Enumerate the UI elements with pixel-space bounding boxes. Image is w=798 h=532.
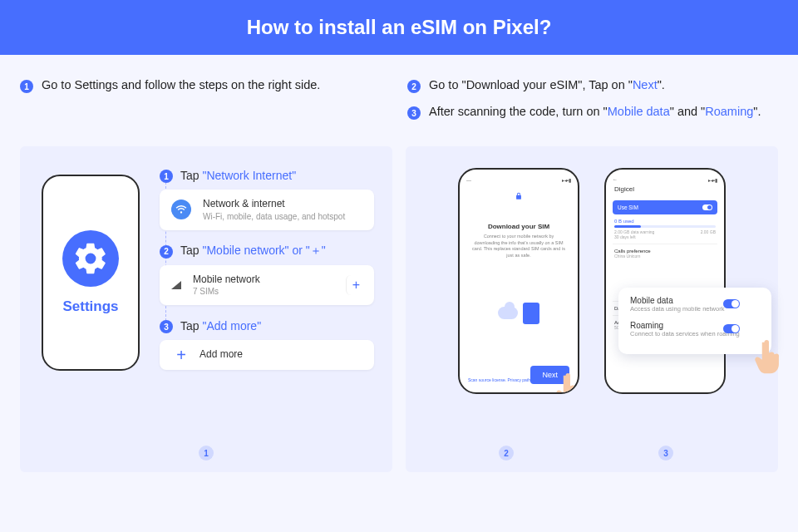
hand-pointer-icon xyxy=(554,372,579,394)
download-sub: Connect to your mobile network by downlo… xyxy=(466,234,571,259)
substep-1: 1 Tap "Network Internet" Network & inter… xyxy=(160,168,374,230)
add-more-row[interactable]: + Add more xyxy=(160,340,374,370)
page-title: How to install an eSIM on Pixel? xyxy=(247,16,552,39)
panel-badge-3: 3 xyxy=(658,446,673,461)
plus-link: "＋" xyxy=(306,244,326,257)
use-sim-toggle[interactable]: Use SIM xyxy=(613,200,717,214)
hand-pointer-icon xyxy=(753,339,785,376)
substep-3: 3 Tap "Add more" + Add more xyxy=(160,318,374,370)
phone-mock-settings: ←▸◂▪▮ Digicel Use SIM 0 B used 2.00 GB d… xyxy=(604,168,726,394)
intro-step-1-text: Go to Settings and follow the steps on t… xyxy=(42,78,320,91)
step-number-3: 3 xyxy=(407,106,421,120)
step-number-2: 2 xyxy=(407,80,421,93)
row-sub: Wi-Fi, mobile, data usage, and hotspot xyxy=(203,211,345,222)
substep-2-num: 2 xyxy=(160,245,173,259)
step-number-1: 1 xyxy=(20,80,33,93)
intro-step-2-text: Go to "Download your eSIM", Tap on "Next… xyxy=(429,78,665,91)
settings-label: Settings xyxy=(62,298,118,315)
phone-settings-mock: Settings xyxy=(42,175,140,371)
mobile-network-row[interactable]: Mobile network 7 SIMs + xyxy=(160,265,374,306)
substeps-column: 1 Tap "Network Internet" Network & inter… xyxy=(160,168,374,383)
intro-col-left: 1 Go to Settings and follow the steps on… xyxy=(20,78,391,131)
intro-step-1: 1 Go to Settings and follow the steps on… xyxy=(20,78,391,93)
mobile-network-link: "Mobile network" xyxy=(202,244,288,257)
plus-icon[interactable]: + xyxy=(346,275,366,295)
intro-step-3-text: After scanning the code, turn on "Mobile… xyxy=(429,105,761,118)
panel-badge-2: 2 xyxy=(499,446,514,461)
intro-step-2: 2 Go to "Download your eSIM", Tap on "Ne… xyxy=(407,78,778,93)
mobile-data-toggle[interactable] xyxy=(723,299,740,308)
card-left: Settings 1 Tap "Network Internet" Networ… xyxy=(20,146,392,472)
plus-icon: + xyxy=(175,348,188,362)
toggles-overlay: Mobile data Access data using mobile net… xyxy=(618,288,771,354)
row-title: Mobile network xyxy=(193,273,260,287)
carrier-label: Digicel xyxy=(613,183,717,195)
substep-1-num: 1 xyxy=(160,170,173,183)
substep-3-num: 3 xyxy=(160,320,173,333)
row-title: Network & internet xyxy=(203,198,345,211)
header: How to install an eSIM on Pixel? xyxy=(0,0,798,55)
network-internet-row[interactable]: Network & internet Wi-Fi, mobile, data u… xyxy=(160,190,374,230)
network-internet-link: "Network Internet" xyxy=(202,169,296,182)
roaming-link: Roaming xyxy=(705,105,753,118)
usage-label: 0 B used xyxy=(614,219,716,224)
intro-col-right: 2 Go to "Download your eSIM", Tap on "Ne… xyxy=(407,78,778,131)
sim-illustration xyxy=(466,278,571,349)
phone-mock-download: ⋯▸◂▪▮ Download your SIM Connect to your … xyxy=(458,168,579,394)
roaming-toggle[interactable] xyxy=(723,324,740,333)
card-right: ⋯▸◂▪▮ Download your SIM Connect to your … xyxy=(406,146,778,472)
add-more-link: "Add more" xyxy=(202,319,261,332)
wifi-icon xyxy=(171,200,191,219)
gear-icon xyxy=(62,230,119,287)
signal-icon xyxy=(171,281,181,289)
download-title: Download your SIM xyxy=(466,223,571,230)
substep-2: 2 Tap "Mobile network" or "＋" Mobile net… xyxy=(160,244,374,306)
row-sub: 7 SIMs xyxy=(193,286,260,297)
mobile-data-link: Mobile data xyxy=(608,105,670,118)
panel-badge-1: 1 xyxy=(199,446,214,461)
intro-step-3: 3 After scanning the code, turn on "Mobi… xyxy=(407,105,778,120)
cloud-icon xyxy=(498,307,518,319)
lock-icon xyxy=(515,191,523,201)
calls-preference-row[interactable]: Calls preference China Unicom xyxy=(613,244,717,263)
next-link: Next xyxy=(633,78,658,91)
toggle-icon xyxy=(702,204,712,210)
intro-steps: 1 Go to Settings and follow the steps on… xyxy=(0,55,798,146)
cards-row: Settings 1 Tap "Network Internet" Networ… xyxy=(0,146,798,472)
source-license-link[interactable]: Scan source license. Privacy path xyxy=(468,377,530,382)
sim-card-icon xyxy=(523,303,539,324)
row-title: Add more xyxy=(200,348,243,362)
